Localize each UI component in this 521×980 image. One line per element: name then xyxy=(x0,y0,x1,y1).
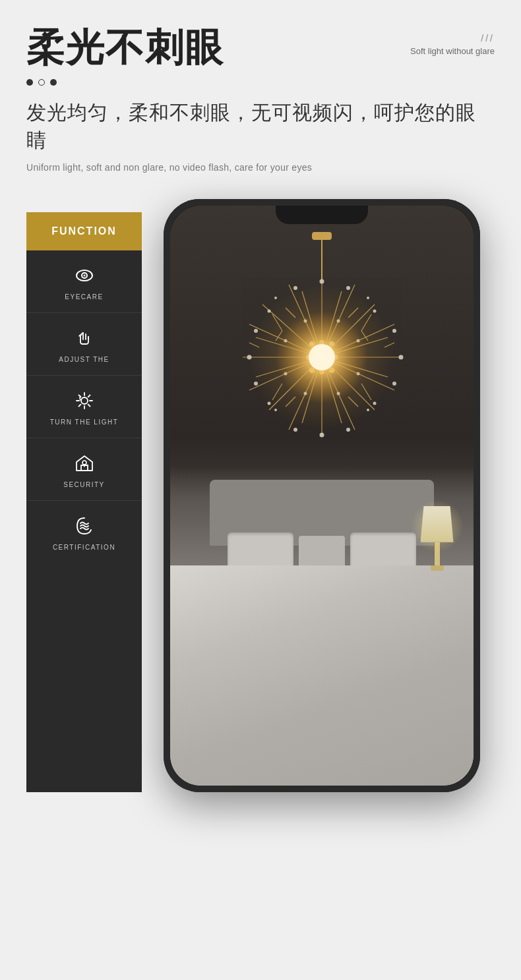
svg-point-53 xyxy=(392,329,396,333)
function-label: FUNCTION xyxy=(51,225,117,237)
svg-point-56 xyxy=(293,286,297,290)
sidebar-item-certification[interactable]: CERTIFICATION xyxy=(26,501,142,563)
subtitle-english: Soft light without glare xyxy=(410,46,495,56)
svg-point-69 xyxy=(367,409,369,411)
turnlight-label: TURN THE LIGHT xyxy=(50,418,119,426)
svg-point-2 xyxy=(83,274,85,276)
header-section: 柔光不刺眼 /// Soft light without glare xyxy=(26,26,495,69)
description-chinese: 发光均匀，柔和不刺眼，无可视频闪，呵护您的眼睛 xyxy=(26,99,495,154)
sidebar: FUNCTION EYECARE xyxy=(26,212,142,792)
svg-point-87 xyxy=(309,344,335,370)
sidebar-item-adjust[interactable]: ADJUST THE xyxy=(26,313,142,376)
main-content: FUNCTION EYECARE xyxy=(26,199,495,792)
svg-point-61 xyxy=(346,428,350,432)
screen-content xyxy=(170,206,474,786)
svg-point-52 xyxy=(254,382,258,386)
eyecare-label: EYECARE xyxy=(65,293,103,301)
phone-area xyxy=(148,199,495,792)
adjust-label: ADJUST THE xyxy=(59,356,109,363)
lamp-shade xyxy=(421,506,454,542)
slashes-decoration: /// xyxy=(410,33,495,43)
main-title: 柔光不刺眼 xyxy=(26,26,224,69)
svg-point-54 xyxy=(398,355,403,359)
certification-icon xyxy=(74,515,95,540)
svg-point-59 xyxy=(293,428,297,432)
chandelier xyxy=(236,272,408,443)
svg-point-57 xyxy=(319,279,324,283)
svg-point-55 xyxy=(392,382,396,386)
sun-icon xyxy=(74,390,95,415)
svg-point-60 xyxy=(319,432,324,437)
bedroom-area xyxy=(170,467,474,786)
certification-label: CERTIFICATION xyxy=(53,544,115,551)
dot-1 xyxy=(26,79,33,86)
svg-point-3 xyxy=(81,397,88,404)
svg-line-9 xyxy=(88,404,90,406)
touch-icon xyxy=(74,328,95,352)
page-wrapper: 柔光不刺眼 /// Soft light without glare 发光均匀，… xyxy=(0,0,521,980)
svg-line-11 xyxy=(78,404,80,406)
svg-point-66 xyxy=(274,297,277,299)
svg-point-12 xyxy=(82,461,86,465)
phone-screen xyxy=(170,206,474,786)
eye-icon xyxy=(74,265,95,289)
svg-point-63 xyxy=(373,309,376,312)
description-english: Uniform light, soft and non glare, no vi… xyxy=(26,162,495,173)
side-lamp xyxy=(421,506,454,572)
sidebar-item-eyecare[interactable]: EYECARE xyxy=(26,250,142,313)
svg-point-51 xyxy=(247,355,251,359)
svg-line-10 xyxy=(88,395,90,397)
subtitle-block: /// Soft light without glare xyxy=(410,26,495,56)
phone-notch xyxy=(276,206,368,224)
pillow-center xyxy=(299,536,345,569)
svg-point-64 xyxy=(267,401,270,405)
dots-indicator xyxy=(26,79,495,86)
svg-point-67 xyxy=(367,297,369,299)
ceiling-mount xyxy=(312,232,332,240)
bedding xyxy=(170,565,474,786)
sidebar-item-turnlight[interactable]: TURN THE LIGHT xyxy=(26,376,142,438)
dot-2 xyxy=(38,79,45,86)
security-label: SECURITY xyxy=(63,481,105,488)
sidebar-function-header: FUNCTION xyxy=(26,212,142,250)
dot-3 xyxy=(50,79,57,86)
sidebar-item-security[interactable]: SECURITY xyxy=(26,438,142,501)
svg-point-65 xyxy=(373,401,376,405)
svg-point-68 xyxy=(274,409,277,411)
svg-point-50 xyxy=(254,329,258,333)
phone-mockup xyxy=(164,199,480,792)
svg-point-58 xyxy=(346,286,350,290)
lamp-bottom xyxy=(431,565,444,571)
svg-point-62 xyxy=(267,309,270,312)
home-icon xyxy=(74,453,95,477)
